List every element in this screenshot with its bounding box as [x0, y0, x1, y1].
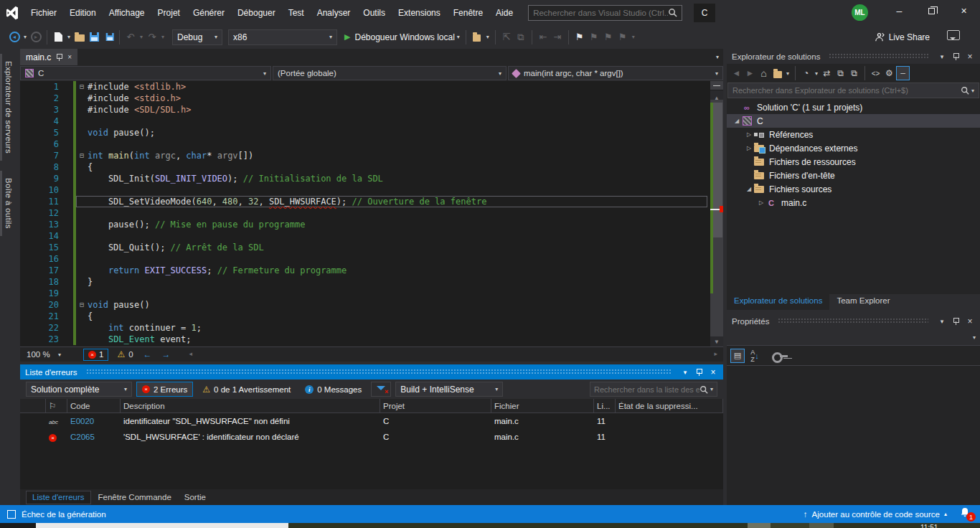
code-line-4[interactable]: 4: [20, 116, 723, 127]
find-dropdown[interactable]: ▾: [484, 34, 491, 40]
scrollbar-thumb[interactable]: [713, 103, 722, 237]
close-tab-icon[interactable]: ×: [67, 53, 72, 61]
restore-button[interactable]: [915, 0, 948, 22]
alphabetical-sort-icon[interactable]: AZ↓: [748, 349, 762, 363]
column-header-3[interactable]: Fichier: [491, 399, 594, 412]
user-avatar[interactable]: ML: [852, 4, 868, 21]
tab-sortie[interactable]: Sortie: [179, 491, 212, 504]
tree-item-fichiers-d-en-t-te[interactable]: Fichiers d'en-tête: [727, 169, 980, 182]
attach-cursor-icon[interactable]: ⇱: [499, 29, 514, 45]
menu-item-affichage[interactable]: Affichage: [103, 0, 151, 25]
editor-error-indicator[interactable]: × 1: [83, 349, 108, 361]
error-list-title-bar[interactable]: Liste d'erreurs ▾ ×: [20, 364, 723, 380]
menu-item-dboguer[interactable]: Déboguer: [231, 0, 282, 25]
redo-button[interactable]: ↷: [145, 29, 159, 45]
warnings-filter-button[interactable]: ⚠ 0 de 1 Avertissement: [197, 382, 296, 397]
error-list-search-input[interactable]: [594, 385, 699, 394]
pin-icon[interactable]: [696, 369, 702, 375]
switch-views-icon[interactable]: [771, 66, 784, 80]
tree-item-r-f-rences[interactable]: ▷Références: [727, 128, 980, 141]
add-to-source-control-button[interactable]: ↑ Ajouter au contrôle de code source ▴: [804, 510, 947, 519]
zoom-combo[interactable]: 100 %▾: [23, 348, 65, 362]
tree-item-main-c[interactable]: ▷Cmain.c: [727, 196, 980, 209]
window-position-dropdown-icon[interactable]: ▾: [937, 53, 947, 60]
navigate-back-dropdown[interactable]: ▾: [22, 34, 29, 40]
forward-icon[interactable]: ►: [743, 66, 757, 80]
pending-changes-dropdown[interactable]: ▾: [813, 70, 820, 77]
tree-item-d-pendances-externes[interactable]: ▷Dépendances externes: [727, 141, 980, 155]
code-line-16[interactable]: 16: [20, 253, 723, 265]
platform-combo[interactable]: x86▾: [228, 29, 337, 45]
nav-scope-combo[interactable]: (Portée globale)▾: [273, 66, 507, 80]
code-line-1[interactable]: 1⊟#include <stdlib.h>: [20, 81, 723, 93]
menu-item-aide[interactable]: Aide: [489, 0, 519, 25]
navigate-back-button[interactable]: ◂: [7, 29, 22, 45]
code-line-2[interactable]: 2#include <stdio.h>: [20, 93, 723, 104]
filter-button[interactable]: [371, 382, 391, 397]
menu-item-fichier[interactable]: Fichier: [24, 0, 63, 25]
tab-liste-d-erreurs[interactable]: Liste d'erreurs: [26, 491, 91, 504]
menu-item-outils[interactable]: Outils: [357, 0, 392, 25]
tree-item-fichiers-sources[interactable]: ◢Fichiers sources: [727, 182, 980, 196]
new-file-button[interactable]: [51, 29, 65, 45]
next-bookmark-icon[interactable]: ⚑: [601, 29, 616, 45]
find-in-files-icon[interactable]: [470, 29, 484, 45]
column-header-1[interactable]: Description: [121, 399, 380, 412]
tree-item-fichiers-de-ressources[interactable]: Fichiers de ressources: [727, 155, 980, 169]
global-search-input[interactable]: [533, 9, 668, 17]
column-header-4[interactable]: Li...: [594, 399, 616, 412]
scope-filter-combo[interactable]: Solution complète▾: [26, 382, 132, 397]
server-explorer-tab[interactable]: Explorateur de serveurs: [0, 54, 16, 161]
editor-vertical-scrollbar[interactable]: ▲ ▼: [710, 81, 723, 346]
next-issue-icon[interactable]: →: [162, 349, 171, 359]
code-line-8[interactable]: 8{: [20, 161, 723, 173]
fold-marker[interactable]: ⊟: [76, 299, 88, 311]
menu-item-edition[interactable]: Edition: [63, 0, 103, 25]
view-code-icon[interactable]: <>: [869, 66, 882, 80]
bookmark-icon[interactable]: ⚑: [573, 29, 587, 45]
header-flag-column[interactable]: ⚐: [46, 399, 67, 412]
redo-dropdown[interactable]: ▾: [159, 34, 166, 40]
scrollbar-track[interactable]: [710, 100, 723, 336]
save-all-button[interactable]: [101, 29, 116, 45]
column-header-0[interactable]: Code: [67, 399, 121, 412]
tab-fen-tre-commande[interactable]: Fenêtre Commande: [93, 491, 177, 504]
code-line-21[interactable]: 21{: [20, 311, 723, 322]
start-debug-button[interactable]: Débogueur Windows local: [354, 32, 454, 42]
code-line-10[interactable]: 10: [20, 184, 723, 196]
editor-warning-count[interactable]: 0: [128, 350, 133, 359]
home-icon[interactable]: ⌂: [757, 66, 771, 80]
document-well-dropdown-icon[interactable]: ▾: [716, 54, 719, 60]
refresh-icon[interactable]: ⧉: [834, 66, 847, 80]
pin-icon[interactable]: [953, 53, 959, 60]
indent-increase-icon[interactable]: ⇥: [550, 29, 565, 45]
global-search-box[interactable]: [528, 5, 682, 21]
properties-title-bar[interactable]: Propriétés ▾ ×: [727, 314, 980, 329]
tab-team-explorer[interactable]: Team Explorer: [829, 294, 897, 310]
code-line-11[interactable]: 11 SDL_SetVideoMode(640, 480, 32, SDL_HW…: [20, 196, 723, 207]
code-line-23[interactable]: 23 SDL_Event event;: [20, 334, 723, 345]
clear-bookmarks-icon[interactable]: ⚑: [616, 29, 630, 45]
solution-explorer-search-input[interactable]: [732, 86, 961, 95]
pin-icon[interactable]: [56, 54, 62, 60]
error-list-search-box[interactable]: ▾: [590, 382, 717, 397]
solution-badge[interactable]: C: [694, 4, 715, 22]
close-panel-icon[interactable]: ×: [965, 52, 975, 62]
error-row-c2065[interactable]: ×C2065'SDL_HWSURFACE' : identificateur n…: [20, 429, 723, 445]
open-file-button[interactable]: [72, 29, 87, 45]
document-tab-main-c[interactable]: main.c ×: [20, 49, 77, 65]
previous-bookmark-icon[interactable]: ⚑: [587, 29, 601, 45]
source-filter-combo[interactable]: Build + IntelliSense▾: [395, 382, 503, 397]
code-line-15[interactable]: 15 SDL_Quit(); // Arrêt de la SDL: [20, 242, 723, 253]
categorized-icon[interactable]: ▤: [730, 349, 745, 363]
code-line-17[interactable]: 17 return EXIT_SUCCESS; // Fermeture du …: [20, 265, 723, 276]
code-editor[interactable]: 1⊟#include <stdlib.h>2#include <stdio.h>…: [20, 81, 723, 346]
messages-filter-button[interactable]: i 0 Messages: [300, 382, 367, 397]
error-row-e0020[interactable]: abcE0020identificateur "SDL_HWSURFACE" n…: [20, 413, 723, 429]
start-debug-icon[interactable]: ▶: [344, 32, 350, 42]
solution-explorer-title-bar[interactable]: Explorateur de solutions ▾ ×: [727, 49, 980, 64]
tab-explorateur-de-solutions[interactable]: Explorateur de solutions: [727, 294, 829, 310]
live-share-button[interactable]: Live Share: [874, 25, 930, 49]
code-line-5[interactable]: 5void pause();: [20, 127, 723, 138]
property-pages-icon[interactable]: [771, 349, 789, 363]
